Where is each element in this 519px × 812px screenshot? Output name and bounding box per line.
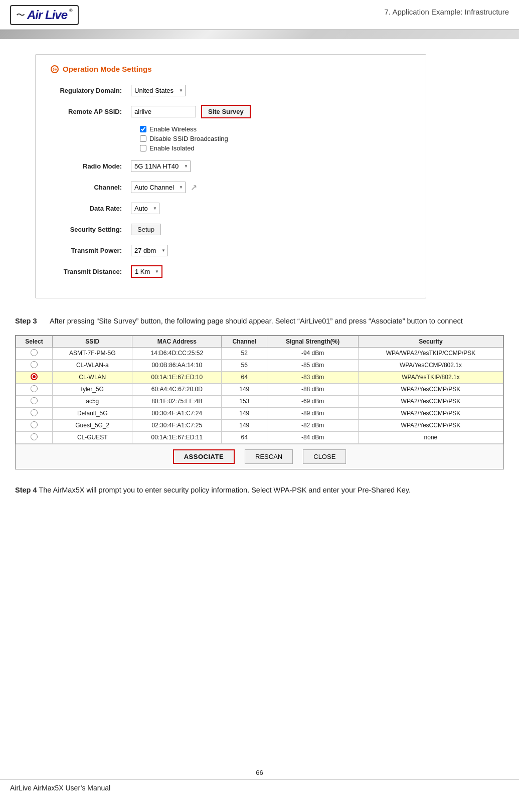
logo-waves-icon: 〜	[16, 9, 25, 21]
step4-label: Step 4	[15, 486, 37, 494]
table-row[interactable]: CL-GUEST00:1A:1E:67:ED:1164-84 dBmnone	[16, 431, 503, 443]
table-cell: 00:0B:86:AA:14:10	[132, 359, 222, 371]
table-row[interactable]: tyler_5G60:A4:4C:67:20:0D149-88 dBmWPA2/…	[16, 383, 503, 395]
table-cell: 52	[222, 347, 267, 359]
table-cell: CL-WLAN-a	[52, 359, 132, 371]
step3-label: Step 3	[15, 316, 43, 327]
table-cell: Guest_5G_2	[52, 419, 132, 431]
step4-text-block: Step 4 The AirMax5X will prompt you to e…	[15, 484, 504, 496]
table-row[interactable]: CL-WLAN-a00:0B:86:AA:14:1056-85 dBmWPA/Y…	[16, 359, 503, 371]
settings-title-icon: ◎	[51, 65, 59, 73]
radio-button[interactable]	[31, 397, 38, 404]
radio-button[interactable]	[31, 385, 38, 392]
radio-mode-select[interactable]: 5G 11NA HT40	[131, 160, 191, 172]
col-channel: Channel	[222, 336, 267, 347]
enable-isolated-label: Enable Isolated	[149, 144, 195, 152]
security-setting-label: Security Setting:	[51, 226, 131, 233]
radio-mode-control: 5G 11NA HT40	[131, 160, 191, 172]
table-cell: WPA2/YesCCMP/PSK	[358, 395, 503, 407]
footer-bottom: AirLive AirMax5X User’s Manual	[0, 779, 519, 792]
data-rate-row: Data Rate: Auto	[51, 201, 411, 215]
table-cell: Default_5G	[52, 407, 132, 419]
radio-mode-label: Radio Mode:	[51, 163, 131, 170]
regulatory-domain-select-wrapper[interactable]: United States	[131, 85, 186, 96]
table-header-row: Select SSID MAC Address Channel Signal S…	[16, 336, 503, 347]
regulatory-domain-row: Regulatory Domain: United States	[51, 83, 411, 97]
table-cell: 14:D6:4D:CC:25:52	[132, 347, 222, 359]
channel-select-wrapper[interactable]: Auto Channel	[131, 182, 186, 193]
transmit-distance-label: Transmit Distance:	[51, 268, 131, 275]
table-buttons: ASSOCIATE RESCAN CLOSE	[16, 444, 503, 469]
cursor-icon: ↗	[191, 183, 197, 192]
channel-control: Auto Channel ↗	[131, 182, 197, 193]
associate-button[interactable]: ASSOCIATE	[173, 449, 235, 464]
regulatory-domain-control: United States	[131, 85, 186, 96]
disable-ssid-label: Disable SSID Broadcasting	[149, 135, 228, 142]
security-setting-control: Setup	[131, 224, 161, 235]
col-mac: MAC Address	[132, 336, 222, 347]
remote-ap-ssid-input[interactable]	[131, 106, 196, 117]
transmit-power-row: Transmit Power: 27 dbm	[51, 243, 411, 257]
step4-description: The AirMax5X will prompt you to enter se…	[39, 486, 411, 494]
disable-ssid-checkbox-item[interactable]: Disable SSID Broadcasting	[140, 135, 411, 142]
regulatory-domain-select[interactable]: United States	[131, 85, 186, 96]
enable-wireless-checkbox[interactable]	[140, 126, 146, 132]
channel-select[interactable]: Auto Channel	[131, 182, 186, 193]
transmit-distance-select-wrapper[interactable]: 1 Km	[131, 265, 162, 278]
logo-box: 〜 Air Live ®	[10, 5, 79, 25]
table-cell: ASMT-7F-PM-5G	[52, 347, 132, 359]
enable-isolated-checkbox[interactable]	[140, 145, 146, 151]
radio-mode-select-wrapper[interactable]: 5G 11NA HT40	[131, 160, 191, 172]
table-cell: 56	[222, 359, 267, 371]
logo-registered: ®	[69, 8, 73, 13]
disable-ssid-checkbox[interactable]	[140, 135, 146, 142]
table-row[interactable]: CL-WLAN00:1A:1E:67:ED:1064-83 dBmWPA/Yes…	[16, 371, 503, 383]
step3-text-block: Step 3 After pressing “Site Survey” butt…	[15, 316, 504, 327]
table-cell: WPA/WPA2/YesTKIP/CCMP/PSK	[358, 347, 503, 359]
table-row[interactable]: Guest_5G_202:30:4F:A1:C7:25149-82 dBmWPA…	[16, 419, 503, 431]
table-row[interactable]: ASMT-7F-PM-5G14:D6:4D:CC:25:5252-94 dBmW…	[16, 347, 503, 359]
settings-box: ◎ Operation Mode Settings Regulatory Dom…	[35, 54, 426, 298]
table-cell: none	[358, 431, 503, 443]
page-number: 66	[0, 769, 519, 776]
table-cell: -85 dBm	[267, 359, 359, 371]
radio-button[interactable]	[31, 421, 38, 428]
radio-button[interactable]	[31, 349, 38, 356]
data-rate-control: Auto	[131, 203, 159, 214]
radio-button[interactable]	[31, 409, 38, 416]
col-select: Select	[16, 336, 53, 347]
radio-button[interactable]	[31, 373, 38, 380]
enable-isolated-checkbox-item[interactable]: Enable Isolated	[140, 144, 411, 152]
data-rate-select[interactable]: Auto	[131, 203, 159, 214]
transmit-distance-select[interactable]: 1 Km	[132, 266, 161, 277]
table-cell: 64	[222, 431, 267, 443]
table-row[interactable]: Default_5G00:30:4F:A1:C7:24149-89 dBmWPA…	[16, 407, 503, 419]
table-cell: 60:A4:4C:67:20:0D	[132, 383, 222, 395]
transmit-distance-row: Transmit Distance: 1 Km	[51, 264, 411, 278]
radio-mode-row: Radio Mode: 5G 11NA HT40	[51, 159, 411, 173]
transmit-power-select[interactable]: 27 dbm	[131, 245, 168, 256]
table-cell: WPA2/YesCCMP/PSK	[358, 383, 503, 395]
close-button[interactable]: CLOSE	[303, 449, 346, 464]
manual-text: AirLive AirMax5X User’s Manual	[10, 784, 110, 792]
table-cell: tyler_5G	[52, 383, 132, 395]
enable-wireless-checkbox-item[interactable]: Enable Wireless	[140, 125, 411, 133]
transmit-power-select-wrapper[interactable]: 27 dbm	[131, 245, 168, 256]
data-rate-label: Data Rate:	[51, 205, 131, 212]
data-rate-select-wrapper[interactable]: Auto	[131, 203, 159, 214]
security-setting-row: Security Setting: Setup	[51, 222, 411, 236]
radio-button[interactable]	[31, 361, 38, 368]
table-cell: -69 dBm	[267, 395, 359, 407]
remote-ap-ssid-control: Site Survey	[131, 105, 251, 118]
radio-button[interactable]	[31, 433, 38, 440]
table-cell: 149	[222, 419, 267, 431]
table-cell: WPA2/YesCCMP/PSK	[358, 407, 503, 419]
rescan-button[interactable]: RESCAN	[245, 449, 293, 464]
table-cell: 64	[222, 371, 267, 383]
site-survey-button[interactable]: Site Survey	[201, 105, 251, 118]
table-cell: WPA/YesCCMP/802.1x	[358, 359, 503, 371]
table-cell: 00:1A:1E:67:ED:11	[132, 431, 222, 443]
security-setup-button[interactable]: Setup	[131, 224, 161, 235]
logo-text: Air Live	[27, 8, 67, 22]
table-row[interactable]: ac5g80:1F:02:75:EE:4B153-69 dBmWPA2/YesC…	[16, 395, 503, 407]
